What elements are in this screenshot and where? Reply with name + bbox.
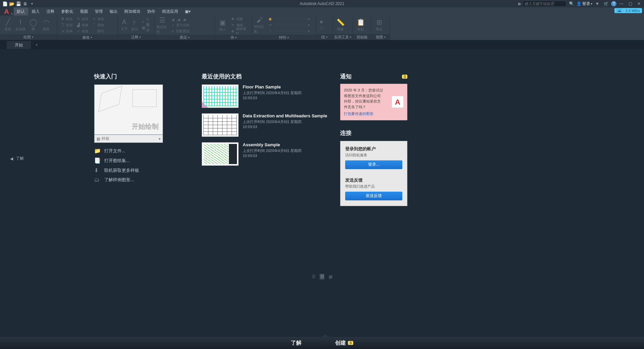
tab-manage[interactable]: 管理	[91, 7, 106, 15]
help-icon[interactable]: ?	[611, 1, 616, 6]
recent-timestamp: 上次打开时间 2020年4月9日 星期四	[243, 119, 327, 124]
signin-button-main[interactable]: 登录...	[345, 160, 402, 169]
new-icon[interactable]: 📄	[2, 1, 8, 7]
minimize-button[interactable]: —	[618, 0, 625, 7]
panel-title-view[interactable]: 视图▾	[371, 34, 390, 40]
fillet-icon: ⌒	[92, 23, 96, 28]
linetype-dropdown[interactable]: ┄▾	[267, 28, 311, 34]
notification-link[interactable]: 打包要传递的图形	[344, 111, 384, 117]
document-tab-start[interactable]: 开始	[7, 41, 31, 49]
signin-button[interactable]: 👤登录▾	[576, 1, 592, 7]
tab-default[interactable]: 默认	[13, 7, 28, 15]
layer-row1[interactable]: ◢◢◢	[169, 16, 191, 22]
sample-drawings-link[interactable]: 🗂了解样例图形...	[94, 177, 165, 183]
basepoint-button[interactable]: ⊞基点	[373, 18, 385, 32]
arc-button[interactable]: ◠圆弧	[40, 18, 52, 32]
create-button[interactable]: ✚创建	[230, 16, 250, 22]
tab-output[interactable]: 输出	[106, 7, 121, 15]
bottom-learn-button[interactable]: 了解	[291, 340, 301, 347]
search-icon[interactable]: 🔍	[568, 0, 575, 7]
save-icon[interactable]: 💾	[15, 1, 22, 7]
matchprops-button[interactable]: 🖌特性匹配	[254, 16, 266, 34]
notification-card[interactable]: 2020 年 3 月：您曾试过将图形文件发送到公司外部，但仅通知某些文件丢失了吗…	[340, 84, 407, 120]
view-grid-icon[interactable]: ▦	[328, 274, 333, 280]
scale-button[interactable]: ⤢缩放	[75, 28, 89, 34]
tab-view[interactable]: 视图	[77, 7, 91, 15]
panel-title-clip[interactable]: 剪贴板	[353, 34, 371, 40]
leader-icon: ↙	[142, 20, 146, 24]
start-drawing-tile[interactable]: 开始绘制	[94, 84, 163, 135]
panel-title-group[interactable]: 组▾	[316, 34, 332, 40]
match-icon: ≡	[170, 29, 175, 33]
polyline-button[interactable]: ⌇多段线	[15, 18, 26, 32]
panel-title-util[interactable]: 实用工具▾	[333, 34, 353, 40]
recent-item[interactable]: Assembly Sample 上次打开时间 2020年4月9日 星期四 10:…	[202, 142, 329, 166]
close-button[interactable]: ✕	[635, 0, 643, 7]
panel-title-annot[interactable]: 注释▾	[118, 34, 154, 40]
lineweight-dropdown[interactable]: ━▾	[267, 22, 311, 28]
view-detail-icon[interactable]: ☷	[320, 274, 325, 280]
view-list-icon[interactable]: ☰	[311, 274, 316, 280]
circle-button[interactable]: ◯圆	[28, 18, 39, 32]
connect-heading: 连接	[340, 129, 407, 137]
paste-button[interactable]: 📋粘贴	[355, 18, 366, 32]
feedback-button[interactable]: 发送反馈	[345, 192, 402, 200]
recent-timestamp: 10:59:03	[243, 95, 301, 101]
insert-button[interactable]: ▣插入	[217, 18, 228, 32]
open-sheetset-link[interactable]: 📑打开图纸集...	[94, 157, 165, 164]
qat-dropdown-icon[interactable]: ▾	[29, 1, 35, 7]
check-icon: ✓	[170, 23, 175, 28]
panel-title-props[interactable]: 特性▾	[252, 35, 316, 40]
copy-button[interactable]: ❐复制	[59, 22, 74, 28]
exchange-icon[interactable]: ▼	[594, 0, 601, 7]
mirror-button[interactable]: ▟镜像	[75, 22, 89, 28]
editattr-button[interactable]: ◈编辑属性	[230, 28, 250, 34]
open-file-link[interactable]: 📁打开文件...	[94, 148, 165, 154]
recent-timestamp: 上次打开时间 2020年4月9日 星期四	[243, 148, 301, 153]
tab-addins[interactable]: 附加模块	[121, 7, 144, 15]
bottom-create-button[interactable]: 创建 3	[335, 340, 353, 347]
text-button[interactable]: A文字	[120, 18, 129, 31]
search-trigger-icon[interactable]: ▶	[518, 1, 521, 6]
fillet-button[interactable]: ⌒圆角	[91, 22, 105, 28]
app-menu-button[interactable]: A	[0, 7, 13, 15]
tab-featured[interactable]: 精选应用	[159, 7, 182, 15]
saveas-icon[interactable]: 🗎	[22, 1, 28, 7]
trim-button[interactable]: ✂修剪	[91, 16, 105, 22]
cart-icon[interactable]: 🛒	[602, 0, 610, 7]
move-button[interactable]: ✥移动	[59, 16, 74, 22]
measure-button[interactable]: 📏测量	[335, 18, 346, 32]
tab-collab[interactable]: 协作	[144, 7, 159, 15]
tab-parametric[interactable]: 参数化	[58, 7, 77, 15]
online-templates-link[interactable]: ⬇联机获取更多样板	[94, 167, 165, 173]
maximize-button[interactable]: ▢	[627, 0, 634, 7]
network-speed-widget[interactable]: ☁↑3.9 MB/s	[614, 8, 642, 13]
table-button[interactable]: ▦表格	[141, 25, 152, 31]
tab-insert[interactable]: 插入	[28, 7, 43, 15]
trim-icon: ✂	[92, 17, 96, 21]
open-icon[interactable]: 📂	[9, 1, 15, 7]
search-input[interactable]	[523, 1, 566, 7]
line-button[interactable]: ╱直线	[2, 18, 13, 32]
group-button[interactable]: ▣	[318, 19, 325, 25]
matchlayer-button[interactable]: ≡匹配图层	[169, 29, 191, 34]
panel-title-draw[interactable]: 绘图▾	[0, 34, 57, 40]
learn-nav-button[interactable]: ◀了解	[10, 156, 24, 161]
ungroup-button[interactable]: ▢	[318, 25, 325, 31]
recent-item[interactable]: Floor Plan Sample 上次打开时间 2020年4月9日 星期四 1…	[202, 84, 329, 108]
layerprops-button[interactable]: ☰图层特性	[157, 16, 168, 34]
color-dropdown[interactable]: ◉▾	[267, 16, 311, 22]
panel-title-block[interactable]: 块▾	[215, 35, 252, 40]
setcurrent-button[interactable]: ✓置为当前	[169, 23, 191, 28]
template-dropdown[interactable]: ▦样板 ▾	[94, 135, 163, 143]
panel-title-layer[interactable]: 图层▾	[155, 35, 215, 40]
array-button[interactable]: ⋮⋮阵列	[91, 28, 105, 34]
panel-title-modify[interactable]: 修改▾	[57, 35, 117, 40]
rotate-button[interactable]: ↻旋转	[75, 16, 89, 22]
tab-overflow-icon[interactable]: ▣▾	[182, 7, 194, 15]
stretch-button[interactable]: ⇲拉伸	[59, 28, 74, 34]
recent-item[interactable]: Data Extraction and Multileaders Sample …	[202, 113, 329, 137]
tab-annotate[interactable]: 注释	[43, 7, 58, 15]
dimension-button[interactable]: ⊦标注	[130, 18, 139, 32]
new-tab-button[interactable]: +	[32, 41, 42, 49]
